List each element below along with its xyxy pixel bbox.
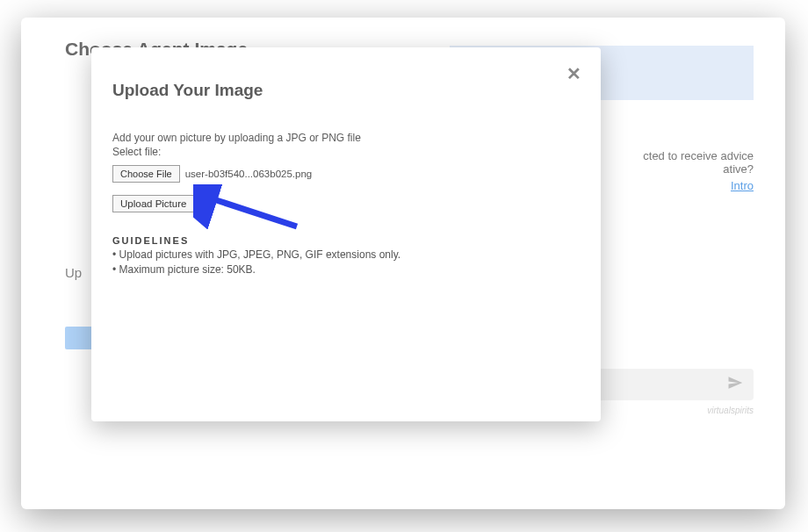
select-file-label: Select file: xyxy=(112,146,580,158)
intro-link[interactable]: Intro xyxy=(731,179,754,192)
bg-chat-text-line1: cted to receive advice xyxy=(643,149,754,162)
bg-chat-text: cted to receive advice ative? xyxy=(643,149,754,176)
bg-obscured-button[interactable] xyxy=(65,327,93,349)
upload-image-modal: ✕ Upload Your Image Add your own picture… xyxy=(91,47,601,421)
send-icon[interactable] xyxy=(727,375,743,394)
modal-title: Upload Your Image xyxy=(112,81,580,100)
guidelines-heading: GUIDELINES xyxy=(112,235,580,246)
brand-label: virtualspirits xyxy=(707,406,754,415)
bg-upload-label: Up xyxy=(65,265,82,280)
page-card: Choose Agent Image Up cted to receive ad… xyxy=(21,18,785,509)
modal-description: Add your own picture by uploading a JPG … xyxy=(112,132,580,144)
file-input-row: Choose File user-b03f540...063b025.png xyxy=(112,165,580,183)
choose-file-button[interactable]: Choose File xyxy=(112,165,180,183)
close-icon[interactable]: ✕ xyxy=(566,65,581,83)
bg-chat-text-line2: ative? xyxy=(643,162,754,176)
guideline-item-1: • Upload pictures with JPG, JPEG, PNG, G… xyxy=(112,248,580,262)
selected-file-name: user-b03f540...063b025.png xyxy=(185,169,313,179)
upload-picture-button[interactable]: Upload Picture xyxy=(112,195,194,212)
guideline-item-2: • Maximum picture size: 50KB. xyxy=(112,262,580,277)
